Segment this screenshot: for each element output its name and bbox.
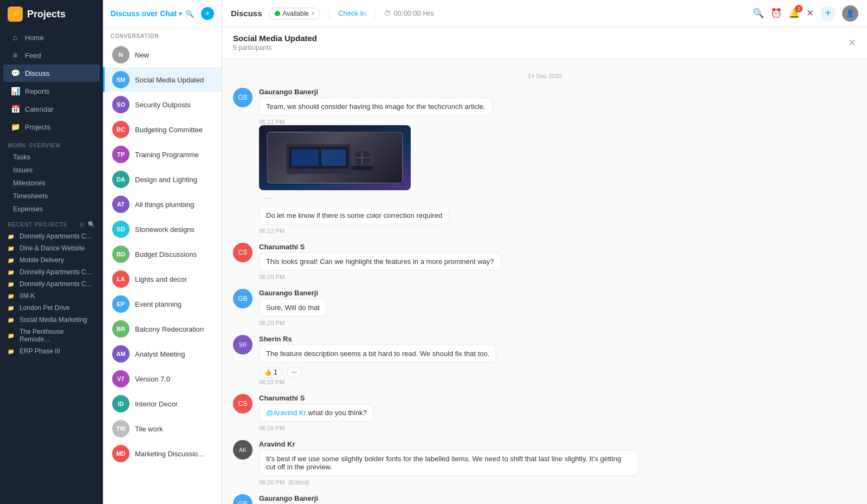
conversation-name: Balcony Redecoration	[135, 325, 204, 333]
conversation-name: Event planning	[135, 300, 182, 308]
sidebar-item-label: Feed	[25, 51, 41, 60]
middle-panel-actions: 🔍 +	[183, 7, 214, 21]
project-icon: 📁	[8, 269, 15, 275]
recent-project-item[interactable]: 📁Dine & Dance Website	[0, 242, 103, 254]
add-icon[interactable]: +	[820, 6, 836, 21]
middle-panel: Discuss over Chat ▾ 🔍 + CONVERSATION N N…	[103, 0, 222, 504]
recent-project-item[interactable]: 📁Donnelly Apartments C...	[0, 278, 103, 290]
project-label: ERP Phase III	[20, 347, 60, 355]
work-item-expenses[interactable]: Expenses	[0, 203, 103, 216]
conversation-item-br[interactable]: BR Balcony Redecoration	[103, 316, 222, 341]
svg-rect-3	[321, 150, 346, 166]
recent-project-item[interactable]: 📁Donnelly Apartments C...	[0, 266, 103, 278]
project-icon: 📁	[8, 234, 15, 240]
discuss-icon: 💬	[11, 69, 20, 77]
sidebar-nav: ⌂Home≡Feed💬Discuss📊Reports📅Calendar📁Proj…	[0, 28, 103, 136]
conversation-item-tp[interactable]: TP Training Programme	[103, 142, 222, 167]
recent-project-item[interactable]: 📁Mobile Delivery	[0, 254, 103, 266]
work-item-milestones[interactable]: Milestones	[0, 177, 103, 190]
recent-project-item[interactable]: 📁Donnelly Apartments C...	[0, 230, 103, 242]
mention-link[interactable]: @Aravind Kr	[266, 409, 306, 417]
sidebar-item-feed[interactable]: ≡Feed	[3, 47, 100, 64]
clock-history-icon[interactable]: ⏰	[771, 8, 782, 19]
recent-header: RECENT PROJECTS ⚙ 🔍	[0, 216, 103, 230]
work-item-issues[interactable]: Issues	[0, 164, 103, 177]
recent-settings-icon[interactable]: ⚙	[79, 221, 85, 228]
user-avatar[interactable]: 👤	[842, 5, 858, 22]
conversation-item-md[interactable]: MD Marketing Discussio...	[103, 441, 222, 466]
work-item-timesheets[interactable]: Timesheets	[0, 190, 103, 203]
message-bubble: Sure, Will do that	[259, 299, 327, 316]
conversation-item-new[interactable]: N New	[103, 42, 222, 67]
sidebar-item-reports[interactable]: 📊Reports	[3, 82, 100, 100]
message-author: Sherin Rs	[259, 335, 856, 343]
conversation-item-so[interactable]: SO Security Outposts	[103, 92, 222, 117]
thumbs-up-reaction[interactable]: 👍 1	[259, 367, 282, 378]
close-x-icon[interactable]: ✕	[806, 8, 814, 19]
work-item-tasks[interactable]: Tasks	[0, 151, 103, 164]
message-bubble: This looks great! Can we highlight the f…	[259, 253, 501, 270]
add-conversation-button[interactable]: +	[201, 7, 214, 20]
conversation-item-id[interactable]: ID Interior Decor	[103, 391, 222, 416]
conversation-avatar: N	[112, 46, 130, 63]
projects-icon: 📁	[11, 122, 20, 131]
chat-header: Social Media Updated 5 participants ✕	[222, 27, 867, 59]
discuss-over-chat-button[interactable]: Discuss over Chat ▾	[111, 9, 182, 18]
conversation-name: All things plumbing	[135, 201, 194, 209]
topbar-right: 🔍 ⏰ 🔔 3 ✕ + 👤	[753, 5, 858, 22]
avatar: AK	[233, 440, 253, 460]
add-reaction-button[interactable]: ↩	[287, 367, 302, 378]
conversation-item-tw[interactable]: TW Tile work	[103, 416, 222, 441]
conversation-section-title: CONVERSATION	[103, 28, 222, 42]
search-icon[interactable]: 🔍	[753, 8, 764, 19]
message-author: Gaurango Banerji	[259, 494, 856, 502]
recent-project-item[interactable]: 📁Social Media Marketing	[0, 314, 103, 326]
checkin-button[interactable]: Check In	[338, 9, 366, 17]
chat-title: Social Media Updated	[233, 34, 317, 43]
recent-project-item[interactable]: 📁London Pet Drive	[0, 302, 103, 314]
conversation-item-at[interactable]: AT All things plumbing	[103, 192, 222, 217]
chat-messages: 14 Sep 2020 GB Gaurango Banerji Team, we…	[222, 59, 867, 504]
conversation-avatar: SO	[112, 96, 130, 113]
message-bubble: It's best if we use some slightly bolder…	[259, 450, 638, 476]
topbar-divider	[329, 8, 329, 19]
conversation-item-am[interactable]: AM Analyst Meeting	[103, 341, 222, 366]
recent-project-item[interactable]: 📁IIM-K	[0, 290, 103, 302]
conversation-name: Social Media Updated	[135, 76, 204, 84]
project-icon: 📁	[8, 293, 15, 299]
search-conversations-icon[interactable]: 🔍	[183, 7, 197, 21]
sidebar-item-projects[interactable]: 📁Projects	[3, 118, 100, 135]
message-more-icon[interactable]: ···	[261, 192, 275, 204]
status-badge[interactable]: Available ▾	[269, 8, 320, 20]
project-icon: 📁	[8, 257, 15, 263]
topbar-app-name: Discuss	[231, 9, 262, 18]
conversation-item-bd[interactable]: BD Budget Discussions	[103, 242, 222, 267]
conversation-item-sd[interactable]: SD Stonework designs	[103, 217, 222, 242]
recent-project-item[interactable]: 📁The Penthouse Remode...	[0, 326, 103, 345]
notifications-icon[interactable]: 🔔 3	[788, 8, 800, 19]
message-options: ···	[259, 190, 277, 206]
recent-actions: ⚙ 🔍	[79, 221, 95, 228]
conversation-item-bc[interactable]: BC Budgeting Committee	[103, 117, 222, 142]
car-interior-detail	[267, 132, 403, 184]
chat-close-button[interactable]: ✕	[848, 37, 856, 49]
conversation-avatar: TP	[112, 146, 130, 163]
sidebar-item-calendar[interactable]: 📅Calendar	[3, 100, 100, 118]
sidebar-item-label: Discuss	[25, 69, 50, 77]
clock-icon: ⏱	[384, 9, 391, 17]
sidebar-item-home[interactable]: ⌂Home	[3, 29, 100, 46]
conversation-item-la[interactable]: LA Lights and decor	[103, 267, 222, 292]
conversation-name: Training Programme	[135, 151, 199, 159]
conversation-item-ep[interactable]: EP Event planning	[103, 292, 222, 316]
recent-project-item[interactable]: 📁ERP Phase III	[0, 345, 103, 357]
message-group: CS Charumathi S This looks great! Can we…	[233, 243, 856, 280]
sidebar-item-discuss[interactable]: 💬Discuss	[3, 64, 100, 82]
message-author: Aravind Kr	[259, 440, 856, 448]
status-chevron-icon: ▾	[312, 10, 314, 16]
project-label: Mobile Delivery	[20, 256, 64, 264]
recent-search-icon[interactable]: 🔍	[88, 221, 95, 228]
conversation-item-v7[interactable]: V7 Version 7.0	[103, 366, 222, 391]
message-time-2: 06:12 PM	[259, 228, 856, 234]
conversation-item-sm[interactable]: SM Social Media Updated	[103, 67, 222, 92]
conversation-item-da[interactable]: DA Design and Lighting	[103, 167, 222, 192]
